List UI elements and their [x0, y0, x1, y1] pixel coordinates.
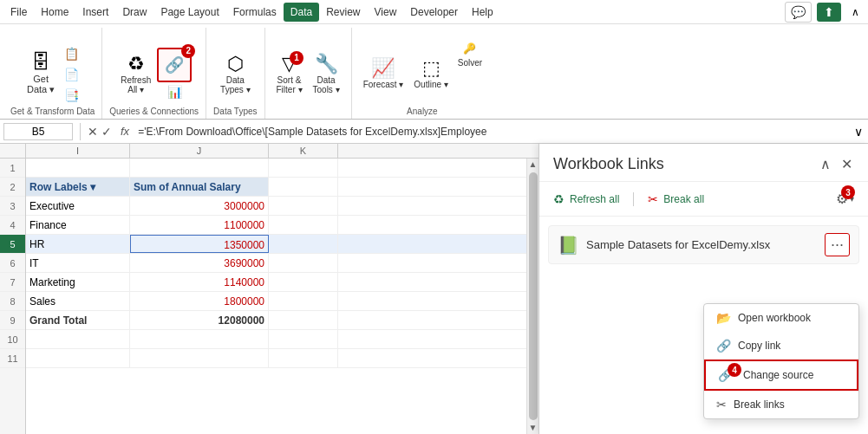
menu-insert[interactable]: Insert [75, 3, 115, 22]
dropdown-change-source[interactable]: 🔗 4 Change source [704, 360, 858, 391]
cell-J11[interactable] [130, 349, 269, 367]
cell-I10[interactable] [26, 330, 130, 348]
solver-button[interactable]: 🔑 Solver [454, 45, 486, 64]
badge-4: 4 [728, 363, 741, 377]
cell-I3[interactable]: Executive [26, 197, 130, 215]
formula-expand-icon[interactable]: ∨ [849, 125, 868, 139]
cell-K5[interactable] [269, 235, 338, 253]
scroll-up-arrow[interactable]: ▲ [527, 159, 539, 171]
break-all-action-button[interactable]: ✂ Break all [648, 192, 704, 206]
menu-file[interactable]: File [3, 3, 34, 22]
close-panel-button[interactable]: ✕ [839, 154, 854, 174]
cell-J1[interactable] [130, 159, 269, 177]
confirm-formula-icon[interactable]: ✓ [101, 125, 112, 139]
data-types-button[interactable]: ⬡ DataTypes ▾ [216, 42, 254, 107]
menu-draw[interactable]: Draw [115, 3, 153, 22]
row-num-9: 9 [0, 311, 25, 330]
small-icon-2: 📄 [64, 68, 79, 81]
cell-I11[interactable] [26, 349, 130, 367]
get-data-icon: 🗄 [31, 53, 50, 72]
comment-icon[interactable]: 💬 [785, 2, 812, 23]
cell-J9[interactable]: 12080000 [130, 311, 269, 329]
forecast-button[interactable]: 📈 Workbook Links Forecast ▾ [359, 42, 408, 107]
cell-J10[interactable] [130, 330, 269, 348]
cell-I2[interactable]: Row Labels ▾ [26, 178, 130, 196]
queries-icon: 🔗 [165, 55, 184, 74]
vertical-scrollbar[interactable]: ▲ ▼ [526, 159, 538, 434]
outline-button[interactable]: ⬚ Outline ▾ [409, 42, 452, 107]
queries-connections-button[interactable]: 🔗 2 [157, 48, 192, 82]
cell-J3[interactable]: 3000000 [130, 197, 269, 215]
dropdown-break-links[interactable]: ✂ Break links [704, 391, 858, 418]
outline-label: Outline ▾ [414, 80, 447, 89]
table-row: Sales 1800000 [26, 292, 526, 311]
row-numbers: 1 2 3 4 5 6 7 8 9 10 11 [0, 159, 26, 434]
cell-J4[interactable]: 1100000 [130, 216, 269, 234]
cell-K4[interactable] [269, 216, 338, 234]
cell-I6[interactable]: IT [26, 254, 130, 272]
cell-K8[interactable] [269, 292, 338, 310]
analyze-label: Analyze [407, 107, 438, 119]
cell-K10[interactable] [269, 330, 338, 348]
cell-J7[interactable]: 1140000 [130, 273, 269, 291]
row-num-4: 4 [0, 216, 25, 235]
ribbon-collapse-icon[interactable]: ∧ [846, 3, 865, 21]
cell-J5[interactable]: 1350000 [130, 235, 269, 253]
main-area: I J K 1 2 3 4 5 6 7 8 9 10 11 [0, 144, 868, 434]
cell-K11[interactable] [269, 349, 338, 367]
cell-J8[interactable]: 1800000 [130, 292, 269, 310]
menu-data[interactable]: Data [284, 3, 319, 22]
refresh-all-action-button[interactable]: ♻ Refresh all [553, 192, 619, 206]
sort-filter-button[interactable]: ▽ 1 Sort &Filter ▾ [272, 42, 307, 107]
data-types-icon: ⬡ [227, 55, 244, 74]
name-box[interactable] [3, 123, 73, 140]
cell-I4[interactable]: Finance [26, 216, 130, 234]
ribbon-queries-small[interactable]: 📊 [157, 82, 192, 101]
cell-K6[interactable] [269, 254, 338, 272]
get-data-label: GetData ▾ [27, 74, 55, 95]
menu-help[interactable]: Help [465, 3, 500, 22]
ribbon-small-btn-2[interactable]: 📄 [61, 65, 82, 84]
break-links-icon: ✂ [716, 398, 727, 411]
wb-settings-button[interactable]: ⚙ 3 ▾ [836, 191, 854, 207]
sort-filter-label: Sort &Filter ▾ [277, 75, 303, 94]
cell-I5[interactable]: HR [26, 235, 130, 253]
refresh-all-button[interactable]: ♻ RefreshAll ▾ [116, 42, 155, 107]
scroll-thumb[interactable] [529, 172, 538, 420]
formula-bar-controls: ✕ ✓ [84, 125, 115, 139]
dropdown-copy-link[interactable]: 🔗 Copy link [704, 332, 858, 360]
cell-J2[interactable]: Sum of Annual Salary [130, 178, 269, 196]
cell-K1[interactable] [269, 159, 338, 177]
wb-item-more-button[interactable]: ··· [825, 233, 850, 256]
cell-K2[interactable] [269, 178, 338, 196]
menu-review[interactable]: Review [319, 3, 367, 22]
ribbon-small-btn-1[interactable]: 📋 [61, 44, 82, 63]
get-data-button[interactable]: 🗄 GetData ▾ [23, 42, 59, 107]
share-icon[interactable]: ⬆ [817, 3, 841, 22]
data-tools-button[interactable]: 🔧 DataTools ▾ [309, 42, 344, 107]
table-row: HR 1350000 [26, 235, 526, 254]
cell-I1[interactable] [26, 159, 130, 177]
dropdown-open-workbook[interactable]: 📂 Open workbook [704, 304, 858, 332]
cell-I8[interactable]: Sales [26, 292, 130, 310]
cell-K7[interactable] [269, 273, 338, 291]
menu-pagelayout[interactable]: Page Layout [153, 3, 225, 22]
collapse-panel-button[interactable]: ∧ [819, 154, 832, 174]
menu-formulas[interactable]: Formulas [226, 3, 284, 22]
row-num-11: 11 [0, 349, 25, 368]
cancel-formula-icon[interactable]: ✕ [88, 125, 98, 139]
menu-home[interactable]: Home [34, 3, 75, 22]
actions-separator [633, 192, 634, 206]
cell-I9[interactable]: Grand Total [26, 311, 130, 329]
refresh-all-action-label: Refresh all [570, 193, 619, 205]
ribbon-small-btn-3[interactable]: 📑 [61, 86, 82, 105]
cell-I7[interactable]: Marketing [26, 273, 130, 291]
cell-J6[interactable]: 3690000 [130, 254, 269, 272]
menu-developer[interactable]: Developer [403, 3, 465, 22]
wb-panel-header: Workbook Links ∧ ✕ [539, 144, 868, 182]
cell-K9[interactable] [269, 311, 338, 329]
menu-view[interactable]: View [368, 3, 404, 22]
fx-label: fx [115, 125, 134, 138]
scroll-down-arrow[interactable]: ▼ [527, 422, 539, 434]
cell-K3[interactable] [269, 197, 338, 215]
